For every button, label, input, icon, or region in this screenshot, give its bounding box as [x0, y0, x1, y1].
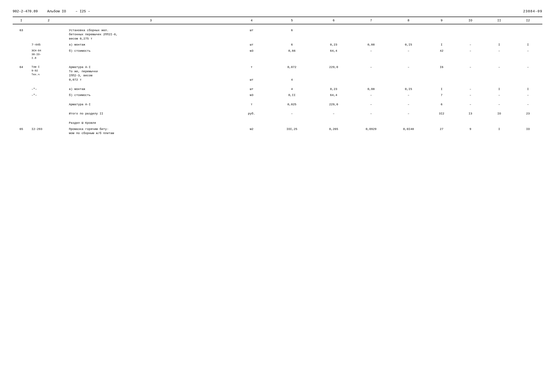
row-num: 64	[13, 64, 30, 83]
val12: I	[514, 42, 542, 48]
description: Установка сборных жел.бетонных перемычек…	[67, 27, 234, 42]
row-num	[13, 86, 30, 92]
val9: I	[427, 42, 456, 48]
val7: –	[352, 92, 390, 98]
val9	[427, 120, 456, 126]
row-num: 63	[13, 27, 30, 42]
main-table: I 2 3 4 5 6 7 8 9 IO II I2 63 Установка …	[13, 17, 542, 136]
col-header-12: I2	[514, 17, 542, 24]
val12: IO	[514, 126, 542, 136]
unit: м3	[234, 48, 269, 61]
row-num	[13, 92, 30, 98]
val7: 0,08	[352, 42, 390, 48]
spacer-row	[13, 83, 542, 86]
description: Арматура А-I	[67, 101, 234, 108]
qty: 6	[269, 27, 315, 42]
val8: 0,0I48	[390, 126, 427, 136]
col-header-7: 7	[352, 17, 390, 24]
spacer-row	[13, 117, 542, 120]
table-row: Итого по разделу II руб. – – – – 3I2 I3 …	[13, 111, 542, 117]
table-row: –"– б) стоимость м3 0,II 64,4 – – 7 – – …	[13, 92, 542, 98]
val6: 64,4	[315, 92, 352, 98]
val9: I	[427, 86, 456, 92]
table-row: 7-445 а) монтаж шт 6 0,23 0,08 0,I5 I – …	[13, 42, 542, 48]
val11: I	[485, 86, 514, 92]
unit: руб.	[234, 111, 269, 117]
unit: м2	[234, 126, 269, 136]
val12: –	[514, 92, 542, 98]
col-header-5: 5	[269, 17, 315, 24]
unit: шт	[234, 27, 269, 42]
ref-code	[30, 101, 67, 108]
qty: –	[269, 111, 315, 117]
unit: шт	[234, 86, 269, 92]
description: а) монтаж	[67, 42, 234, 48]
table-row: –"– а) монтаж шт 4 0,23 0,08 0,I5 I – I …	[13, 86, 542, 92]
val11: –	[485, 64, 514, 83]
description: б) стоимость	[67, 92, 234, 98]
ref-code: I2-293	[30, 126, 67, 136]
val8: –	[390, 64, 427, 83]
val10: 9	[456, 126, 485, 136]
val12: –	[514, 64, 542, 83]
val11: IO	[485, 111, 514, 117]
val11: –	[485, 92, 514, 98]
col-header-8: 8	[390, 17, 427, 24]
ref-code: –"–	[30, 92, 67, 98]
val6: 229,0	[315, 101, 352, 108]
val7: –	[352, 101, 390, 108]
val10	[456, 120, 485, 126]
val10	[456, 27, 485, 42]
val8: 0,I5	[390, 86, 427, 92]
val6: 0,265	[315, 126, 352, 136]
table-row: Раздел Ш Кровля	[13, 120, 542, 126]
ref-code: –"–	[30, 86, 67, 92]
val7: –	[352, 111, 390, 117]
val11	[485, 120, 514, 126]
val12: –	[514, 48, 542, 61]
col-header-1: I	[13, 17, 30, 24]
row-num: 65	[13, 126, 30, 136]
ref-code	[30, 27, 67, 42]
description: Промазка горячим биту-мом по сборным ж/б…	[67, 126, 234, 136]
val11: –	[485, 101, 514, 108]
val8	[390, 27, 427, 42]
unit: т	[234, 101, 269, 108]
val8: 0,I5	[390, 42, 427, 48]
column-headers: I 2 3 4 5 6 7 8 9 IO II I2	[13, 17, 542, 24]
val8: –	[390, 101, 427, 108]
qty	[269, 120, 315, 126]
val10: I3	[456, 111, 485, 117]
table-row: Арматура А-I т 0,025 229,0 – – 6 – – –	[13, 101, 542, 108]
val9: 27	[427, 126, 456, 136]
val12	[514, 27, 542, 42]
val8: –	[390, 111, 427, 117]
row-num	[13, 120, 30, 126]
val9	[427, 27, 456, 42]
val8: –	[390, 48, 427, 61]
spacer-row	[13, 107, 542, 111]
val9: 6	[427, 101, 456, 108]
val10: –	[456, 92, 485, 98]
col-header-2: 2	[30, 17, 67, 24]
val11	[485, 27, 514, 42]
val12	[514, 120, 542, 126]
ref-code: ЭСН-8438-IO-I.8	[30, 48, 67, 61]
ref-code	[30, 120, 67, 126]
val9: 42	[427, 48, 456, 61]
val10: –	[456, 64, 485, 83]
col-header-6: 6	[315, 17, 352, 24]
row-num	[13, 48, 30, 61]
val6: 0,23	[315, 42, 352, 48]
album-label: Альбом IO	[47, 9, 66, 14]
ref-code: 7-445	[30, 42, 67, 48]
val7: –	[352, 48, 390, 61]
val6: 64,4	[315, 48, 352, 61]
val8: –	[390, 92, 427, 98]
val9: 3I2	[427, 111, 456, 117]
qty: 0,II	[269, 92, 315, 98]
col-header-9: 9	[427, 17, 456, 24]
col-header-11: II	[485, 17, 514, 24]
val7	[352, 27, 390, 42]
val6: 0,23	[315, 86, 352, 92]
